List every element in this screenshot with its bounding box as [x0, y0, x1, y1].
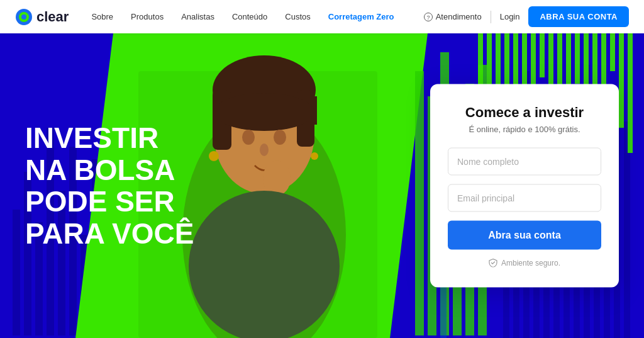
- name-input[interactable]: [448, 148, 601, 176]
- svg-point-65: [189, 191, 340, 338]
- nav-links: Sobre Produtos Analistas Conteúdo Custos…: [91, 12, 423, 21]
- nav-divider: [491, 11, 491, 23]
- hero-text: INVESTIR NA BOLSA PODE SER PARA VOCÊ: [25, 122, 194, 249]
- nav-produtos[interactable]: Produtos: [131, 12, 164, 21]
- svg-point-61: [274, 130, 286, 145]
- svg-rect-33: [624, 121, 630, 338]
- form-title: Comece a investir: [448, 104, 601, 121]
- question-icon: ?: [424, 13, 433, 21]
- investment-form-card: Comece a investir É online, rápido e 100…: [430, 84, 619, 288]
- nav-analistas[interactable]: Analistas: [181, 12, 214, 21]
- nav-conteudo[interactable]: Conteúdo: [232, 12, 267, 21]
- nav-right: ? Atendimento Login ABRA SUA CONTA: [424, 6, 629, 27]
- nav-support[interactable]: ? Atendimento: [424, 12, 482, 21]
- form-subtitle: É online, rápido e 100% grátis.: [448, 125, 601, 134]
- svg-rect-5: [13, 210, 20, 335]
- shield-icon: [489, 259, 497, 268]
- svg-rect-50: [619, 33, 624, 128]
- logo-icon: [15, 8, 33, 26]
- secure-badge: Ambiente seguro.: [448, 259, 601, 268]
- svg-rect-14: [415, 71, 424, 335]
- svg-rect-41: [540, 33, 545, 77]
- logo[interactable]: clear: [15, 8, 69, 26]
- svg-rect-45: [575, 33, 580, 84]
- nav-login[interactable]: Login: [500, 12, 520, 21]
- svg-point-62: [260, 144, 269, 156]
- svg-rect-51: [628, 33, 633, 153]
- svg-point-59: [214, 93, 314, 131]
- submit-button[interactable]: Abra sua conta: [448, 221, 601, 250]
- brand-name: clear: [36, 9, 69, 25]
- svg-point-66: [209, 151, 219, 161]
- nav-custos[interactable]: Custos: [285, 12, 310, 21]
- svg-point-60: [242, 130, 255, 145]
- svg-text:?: ?: [426, 14, 430, 21]
- hero-headline: INVESTIR NA BOLSA PODE SER PARA VOCÊ: [25, 122, 194, 249]
- nav-corretagem-zero[interactable]: Corretagem Zero: [328, 12, 394, 21]
- svg-rect-49: [610, 33, 615, 71]
- navbar: clear Sobre Produtos Analistas Conteúdo …: [0, 0, 644, 33]
- email-input[interactable]: [448, 184, 601, 212]
- svg-rect-37: [504, 33, 509, 90]
- svg-point-2: [21, 14, 26, 20]
- hero-section: INVESTIR NA BOLSA PODE SER PARA VOCÊ: [0, 33, 644, 338]
- open-account-button[interactable]: ABRA SUA CONTA: [528, 6, 629, 27]
- nav-sobre[interactable]: Sobre: [91, 12, 113, 21]
- secure-label: Ambiente seguro.: [501, 259, 560, 268]
- svg-point-67: [311, 152, 318, 160]
